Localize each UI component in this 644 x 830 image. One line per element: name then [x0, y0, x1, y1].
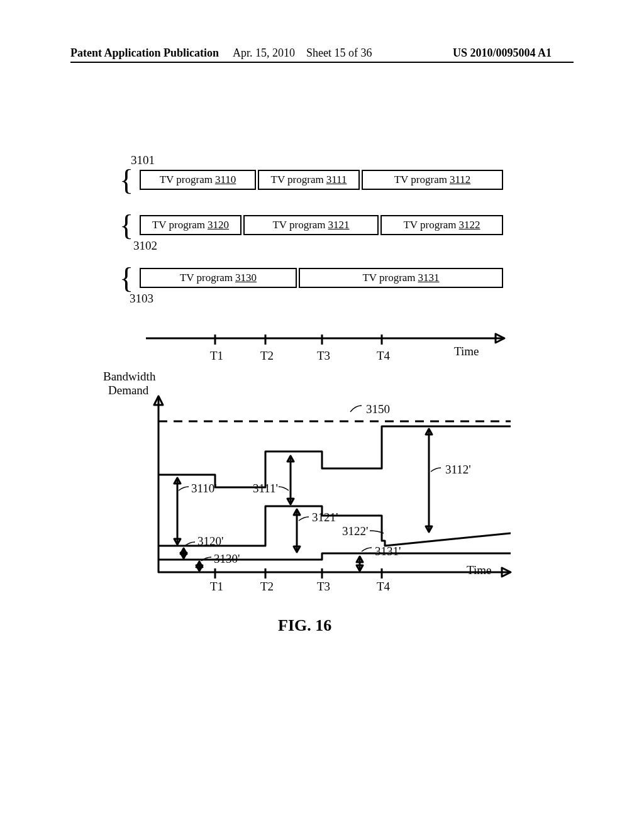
cell-num: 3111 [326, 174, 347, 186]
cell-3112: TV program 3112 [362, 170, 503, 190]
cell-num: 3110 [215, 174, 236, 186]
bx-t2: T2 [260, 580, 274, 594]
time-axis-label: Time [454, 345, 479, 358]
cell-num: 3122 [459, 219, 480, 231]
cell-label: TV program [394, 174, 447, 186]
cell-3131: TV program 3131 [299, 268, 503, 288]
cell-label: TV program [180, 272, 233, 284]
cell-3122: TV program 3122 [380, 215, 503, 235]
cell-label: TV program [152, 219, 205, 231]
bx-time-label: Time [467, 563, 491, 577]
row-3102: TV program 3120 TV program 3121 TV progr… [140, 215, 504, 236]
cell-3121: TV program 3121 [243, 215, 379, 235]
ref-3110p: 3110' [191, 482, 217, 495]
t4-label: T4 [377, 349, 390, 363]
brace-icon: { [119, 170, 133, 191]
header-right: US 2010/0095004 A1 [453, 47, 552, 60]
header-rule [70, 62, 574, 63]
cell-num: 3112 [450, 174, 470, 186]
ref-3130p: 3130' [214, 552, 240, 566]
cell-num: 3131 [418, 272, 440, 284]
t3-label: T3 [317, 349, 330, 363]
cell-3110: TV program 3110 [140, 170, 256, 190]
ref-3131p: 3131' [375, 545, 401, 558]
header-date: Apr. 15, 2010 [233, 47, 295, 59]
ref-3150: 3150 [366, 402, 390, 416]
figure-16: { 3101 TV program 3110 TV program 3111 T… [70, 157, 574, 648]
brace-icon: { [119, 268, 133, 289]
row3-ref: 3103 [130, 292, 153, 306]
cell-3130: TV program 3130 [140, 268, 297, 288]
ylabel-1: Bandwidth [103, 370, 155, 384]
ref-3120p: 3120' [197, 534, 223, 548]
bx-t3: T3 [317, 580, 330, 594]
t1-label: T1 [210, 349, 223, 363]
bx-t4: T4 [377, 580, 390, 594]
cell-3111: TV program 3111 [258, 170, 360, 190]
cell-label: TV program [403, 219, 456, 231]
ref-3122p: 3122' [342, 524, 368, 538]
cell-label: TV program [362, 272, 415, 284]
row2-ref: 3102 [133, 239, 157, 253]
row1-ref: 3101 [131, 153, 155, 167]
cell-num: 3121 [328, 219, 350, 231]
header-left: Patent Application Publication [70, 47, 219, 60]
figure-caption: FIG. 16 [278, 616, 331, 635]
header-sheet: Sheet 15 of 36 [306, 47, 372, 59]
bx-t1: T1 [210, 580, 223, 594]
cell-num: 3120 [208, 219, 229, 231]
header-mid: Apr. 15, 2010 Sheet 15 of 36 [233, 47, 372, 60]
cell-num: 3130 [235, 272, 257, 284]
row-3103: TV program 3130 TV program 3131 [140, 268, 504, 289]
brace-icon: { [119, 215, 133, 236]
ref-3112p: 3112' [445, 463, 471, 477]
cell-label: TV program [160, 174, 213, 186]
t2-label: T2 [260, 349, 274, 363]
cell-3120: TV program 3120 [140, 215, 242, 235]
row-3101: TV program 3110 TV program 3111 TV progr… [140, 170, 504, 191]
ref-3121p: 3121' [312, 511, 338, 524]
cell-label: TV program [272, 219, 325, 231]
ref-3111p: 3111' [253, 482, 278, 495]
cell-label: TV program [271, 174, 324, 186]
